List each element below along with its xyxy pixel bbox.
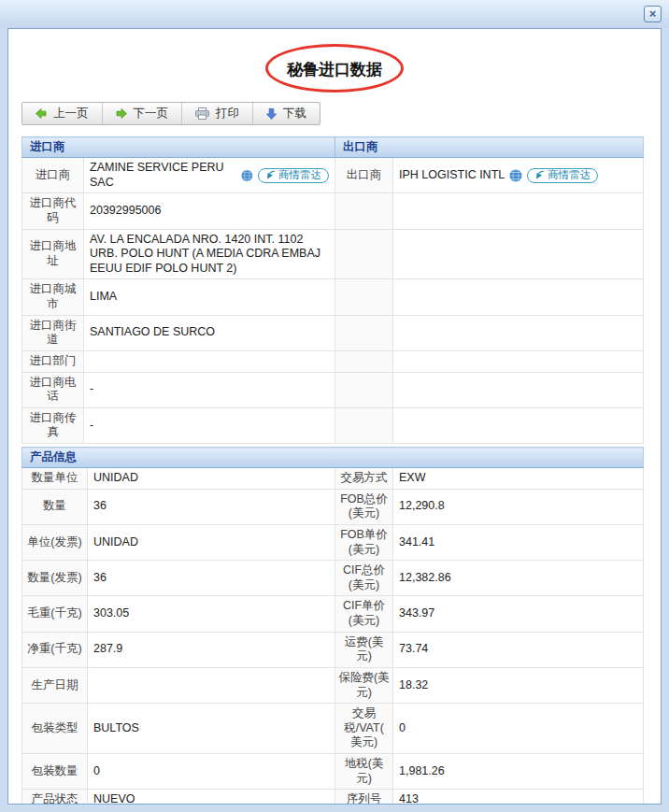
field-label: 进口商城市 [22, 279, 84, 315]
exporter-name-cell: IPH LOGISTIC INTL 商情雷达 [393, 158, 644, 193]
dialog-panel: 秘鲁进口数据 上一页 下一页 打印 下载 进口商 [7, 28, 662, 805]
field-label [335, 407, 393, 443]
radar-label: 商情雷达 [278, 168, 321, 181]
field-value [84, 350, 335, 372]
field-label: 进口商 [22, 158, 84, 193]
field-value: 18.32 [393, 667, 644, 703]
arrow-right-icon [116, 108, 127, 119]
field-value: 0 [393, 704, 644, 754]
field-label: 进口商传真 [22, 407, 84, 443]
table-row: 数量(发票) 36 CIF总价(美元) 12,382.86 [22, 561, 644, 596]
field-label: 出口商 [335, 158, 393, 193]
title-area: 秘鲁进口数据 [8, 51, 661, 83]
section-header-importer: 进口商 [22, 137, 335, 158]
field-value: NUEVO [88, 790, 335, 805]
field-value [393, 407, 644, 443]
arrow-left-icon [36, 108, 47, 119]
field-value: 343.97 [393, 596, 644, 632]
field-label: 包装类型 [22, 704, 88, 754]
field-value: 1,981.26 [393, 754, 644, 790]
table-row: 进口商地址 AV. LA ENCALADA NRO. 1420 INT. 110… [22, 229, 644, 279]
field-label: 单位(发票) [22, 524, 88, 560]
radar-icon [534, 170, 545, 180]
next-page-button[interactable]: 下一页 [103, 103, 183, 124]
field-label: 毛重(千克) [22, 596, 88, 632]
section-header-row: 进口商 出口商 [22, 137, 644, 158]
table-row: 进口商街道 SANTIAGO DE SURCO [22, 315, 644, 350]
field-value: 303.05 [88, 596, 335, 632]
field-value: - [84, 407, 335, 443]
section-header-product: 产品信息 [22, 448, 644, 468]
close-icon: × [649, 7, 657, 21]
toolbar: 上一页 下一页 打印 下载 [21, 102, 320, 125]
print-label: 打印 [216, 106, 239, 121]
field-value [393, 372, 644, 407]
arrow-down-icon [266, 108, 277, 120]
field-label [335, 315, 393, 350]
field-label: 进口商街道 [22, 315, 84, 350]
table-row: 进口商 ZAMINE SERVICE PERU SAC 商情雷达 出口商 IPH… [22, 158, 644, 193]
prev-page-label: 上一页 [53, 106, 89, 121]
field-value: 287.9 [88, 632, 335, 667]
field-value: 413 [393, 790, 644, 805]
field-label: 地税(美元) [335, 754, 393, 790]
field-label: 净重(千克) [22, 632, 88, 667]
product-info-table: 产品信息 数量单位 UNIDAD 交易方式 EXW 数量 36 FOB总价(美元… [21, 447, 644, 805]
table-row: 包装数量 0 地税(美元) 1,981.26 [22, 754, 644, 790]
table-row: 净重(千克) 287.9 运费(美元) 73.74 [22, 632, 644, 667]
prev-page-button[interactable]: 上一页 [22, 103, 103, 124]
importer-name-cell: ZAMINE SERVICE PERU SAC 商情雷达 [84, 158, 335, 193]
globe-icon[interactable] [241, 169, 253, 182]
table-row: 产品状态 NUEVO 序列号 413 [22, 790, 644, 805]
printer-icon [195, 107, 209, 120]
globe-icon[interactable] [509, 169, 522, 182]
field-label: 运费(美元) [335, 632, 393, 667]
field-value: 36 [88, 489, 335, 524]
print-button[interactable]: 打印 [182, 103, 253, 124]
field-label: FOB单价(美元) [335, 524, 393, 560]
page-title: 秘鲁进口数据 [287, 51, 382, 80]
table-row: 数量 36 FOB总价(美元) 12,290.8 [22, 489, 644, 524]
field-label: 进口部门 [22, 350, 84, 372]
field-value: 12,290.8 [393, 489, 644, 524]
table-row: 包装类型 BULTOS 交易税/VAT(美元) 0 [22, 704, 644, 754]
field-label: 进口商地址 [22, 229, 84, 279]
field-label [335, 372, 393, 407]
dialog-titlebar: × [0, 0, 669, 28]
field-value: - [84, 372, 335, 407]
field-value [393, 350, 644, 372]
field-label [335, 279, 393, 315]
field-label: 进口商代码 [22, 193, 84, 229]
field-value: LIMA [84, 279, 335, 315]
importer-name: ZAMINE SERVICE PERU SAC [90, 161, 236, 190]
radar-icon [265, 170, 276, 180]
field-value: 73.74 [393, 632, 644, 667]
field-value [393, 229, 644, 279]
business-radar-button[interactable]: 商情雷达 [258, 168, 329, 183]
field-label: 交易税/VAT(美元) [335, 704, 393, 754]
field-label: 数量 [22, 489, 88, 524]
field-label: FOB总价(美元) [335, 489, 393, 524]
field-value: 20392995006 [84, 193, 335, 229]
field-value: AV. LA ENCALADA NRO. 1420 INT. 1102 URB.… [84, 229, 335, 279]
section-header-row: 产品信息 [22, 448, 644, 468]
field-value [393, 193, 644, 229]
close-button[interactable]: × [644, 6, 662, 22]
field-label: 包装数量 [22, 754, 88, 790]
field-value: 12,382.86 [393, 561, 644, 596]
exporter-name: IPH LOGISTIC INTL [399, 168, 505, 183]
download-button[interactable]: 下载 [253, 103, 320, 124]
table-row: 进口商城市 LIMA [22, 279, 644, 315]
business-radar-button[interactable]: 商情雷达 [527, 168, 598, 183]
field-label [335, 193, 393, 229]
field-label: CIF单价(美元) [335, 596, 393, 632]
table-row: 进口商电话 - [22, 372, 644, 407]
next-page-label: 下一页 [134, 106, 169, 121]
field-value: 36 [88, 561, 335, 596]
field-label: 交易方式 [335, 468, 393, 490]
table-row: 数量单位 UNIDAD 交易方式 EXW [22, 468, 644, 490]
table-row: 单位(发票) UNIDAD FOB单价(美元) 341.41 [22, 524, 644, 560]
radar-label: 商情雷达 [548, 168, 591, 181]
field-label [335, 229, 393, 279]
field-label: 产品状态 [22, 790, 88, 805]
